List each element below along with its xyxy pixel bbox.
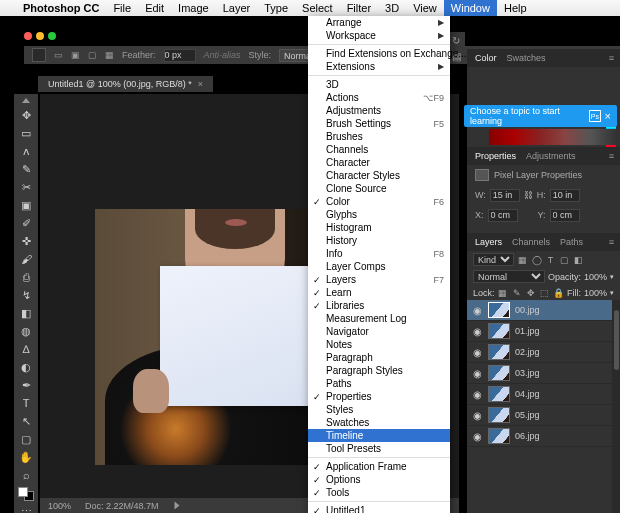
menu-item-paths[interactable]: Paths <box>308 377 450 390</box>
menu-item-channels[interactable]: Channels <box>308 143 450 156</box>
zoom-tool[interactable]: ⌕ <box>16 467 36 483</box>
rectangle-tool[interactable]: ▢ <box>16 431 36 447</box>
width-input[interactable] <box>490 189 520 202</box>
menu-item-application-frame[interactable]: ✓Application Frame <box>308 460 450 473</box>
menu-item-learn[interactable]: ✓Learn <box>308 286 450 299</box>
menu-item-timeline[interactable]: Timeline <box>308 429 450 442</box>
layer-row[interactable]: ◉ 03.jpg <box>467 363 620 384</box>
menu-item-glyphs[interactable]: Glyphs <box>308 208 450 221</box>
layer-lock-icon[interactable]: ▦ <box>498 287 509 298</box>
toolbar-toggle[interactable] <box>22 98 30 103</box>
menu-item-arrange[interactable]: Arrange▶ <box>308 16 450 29</box>
visibility-icon[interactable]: ◉ <box>471 305 483 316</box>
menu-image[interactable]: Image <box>171 0 216 16</box>
visibility-icon[interactable]: ◉ <box>471 431 483 442</box>
menu-item-notes[interactable]: Notes <box>308 338 450 351</box>
menu-item-tools[interactable]: ✓Tools <box>308 486 450 499</box>
menu-item-layer-comps[interactable]: Layer Comps <box>308 260 450 273</box>
menu-item-navigator[interactable]: Navigator <box>308 325 450 338</box>
menu-item-tool-presets[interactable]: Tool Presets <box>308 442 450 455</box>
type-tool[interactable]: T <box>16 395 36 411</box>
menu-item-adjustments[interactable]: Adjustments <box>308 104 450 117</box>
visibility-icon[interactable]: ◉ <box>471 410 483 421</box>
menu-item-workspace[interactable]: Workspace▶ <box>308 29 450 42</box>
dodge-tool[interactable]: ◐ <box>16 359 36 375</box>
menu-item-paragraph[interactable]: Paragraph <box>308 351 450 364</box>
layer-thumbnail[interactable] <box>488 428 510 444</box>
menu-layer[interactable]: Layer <box>216 0 258 16</box>
status-menu-icon[interactable] <box>174 502 179 510</box>
layer-filter-icon[interactable]: T <box>545 254 556 265</box>
menu-file[interactable]: File <box>106 0 138 16</box>
zoom-level[interactable]: 100% <box>48 501 71 511</box>
panel-menu-icon[interactable]: ≡ <box>609 53 612 63</box>
menu-type[interactable]: Type <box>257 0 295 16</box>
x-input[interactable] <box>488 209 518 222</box>
tab-adjustments[interactable]: Adjustments <box>526 151 576 161</box>
layer-thumbnail[interactable] <box>488 344 510 360</box>
opacity-value[interactable]: 100% <box>584 272 607 282</box>
y-input[interactable] <box>550 209 580 222</box>
path-tool[interactable]: ↖ <box>16 413 36 429</box>
menu-item-styles[interactable]: Styles <box>308 403 450 416</box>
layer-kind-select[interactable]: Kind <box>473 253 514 266</box>
layer-name[interactable]: 00.jpg <box>515 305 540 315</box>
menu-item-brushes[interactable]: Brushes <box>308 130 450 143</box>
menu-item-extensions[interactable]: Extensions▶ <box>308 60 450 73</box>
layer-thumbnail[interactable] <box>488 323 510 339</box>
crop-tool[interactable]: ✂ <box>16 179 36 195</box>
hand-tool[interactable]: ✋ <box>16 449 36 465</box>
pen-tool[interactable]: ✒ <box>16 377 36 393</box>
menu-item-actions[interactable]: Actions⌥F9 <box>308 91 450 104</box>
history-brush-tool[interactable]: ↯ <box>16 287 36 303</box>
layer-filter-icon[interactable]: ▢ <box>559 254 570 265</box>
minimize-window[interactable] <box>36 32 44 40</box>
blur-tool[interactable]: ∆ <box>16 341 36 357</box>
layer-lock-icon[interactable]: ✥ <box>525 287 536 298</box>
layer-thumbnail[interactable] <box>488 365 510 381</box>
menu-item-swatches[interactable]: Swatches <box>308 416 450 429</box>
zoom-window[interactable] <box>48 32 56 40</box>
layer-filter-icon[interactable]: ◧ <box>573 254 584 265</box>
layer-name[interactable]: 03.jpg <box>515 368 540 378</box>
blend-mode-select[interactable]: Normal <box>473 270 545 283</box>
menu-item-info[interactable]: InfoF8 <box>308 247 450 260</box>
panel-menu-icon[interactable]: ≡ <box>609 151 612 161</box>
menu-item-3d[interactable]: 3D <box>308 78 450 91</box>
layer-thumbnail[interactable] <box>488 386 510 402</box>
layer-name[interactable]: 02.jpg <box>515 347 540 357</box>
tab-paths[interactable]: Paths <box>560 237 583 247</box>
fill-value[interactable]: 100% <box>584 288 607 298</box>
layer-name[interactable]: 05.jpg <box>515 410 540 420</box>
menu-item-libraries[interactable]: ✓Libraries <box>308 299 450 312</box>
foreground-color-swatch[interactable] <box>18 487 28 497</box>
history-icon[interactable]: ↻ <box>452 35 460 46</box>
menu-filter[interactable]: Filter <box>340 0 378 16</box>
menu-item-paragraph-styles[interactable]: Paragraph Styles <box>308 364 450 377</box>
menu-item-character-styles[interactable]: Character Styles <box>308 169 450 182</box>
color-swatches[interactable] <box>18 487 34 501</box>
tab-swatches[interactable]: Swatches <box>507 53 546 63</box>
layer-filter-icon[interactable]: ▦ <box>517 254 528 265</box>
menu-item-layers[interactable]: ✓LayersF7 <box>308 273 450 286</box>
menu-3d[interactable]: 3D <box>378 0 406 16</box>
menu-help[interactable]: Help <box>497 0 534 16</box>
menu-item-properties[interactable]: ✓Properties <box>308 390 450 403</box>
menu-item-histogram[interactable]: Histogram <box>308 221 450 234</box>
marquee-sub-icon[interactable]: ▢ <box>88 50 97 60</box>
layer-lock-icon[interactable]: ⬚ <box>539 287 550 298</box>
marquee-add-icon[interactable]: ▣ <box>71 50 80 60</box>
marquee-new-icon[interactable]: ▭ <box>54 50 63 60</box>
close-window[interactable] <box>24 32 32 40</box>
doc-size[interactable]: Doc: 2.22M/48.7M <box>85 501 159 511</box>
menu-select[interactable]: Select <box>295 0 340 16</box>
link-wh-icon[interactable]: ⛓ <box>524 190 533 200</box>
healing-tool[interactable]: ✜ <box>16 233 36 249</box>
height-input[interactable] <box>550 189 580 202</box>
menu-window[interactable]: Window <box>444 0 497 16</box>
visibility-icon[interactable]: ◉ <box>471 368 483 379</box>
close-tab-icon[interactable]: × <box>198 79 203 89</box>
visibility-icon[interactable]: ◉ <box>471 326 483 337</box>
layer-row[interactable]: ◉ 06.jpg <box>467 426 620 447</box>
marquee-intersect-icon[interactable]: ▦ <box>105 50 114 60</box>
